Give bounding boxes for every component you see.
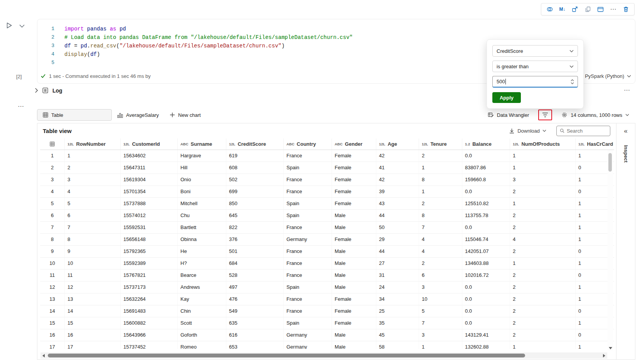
table-cell: France: [284, 174, 332, 185]
table-row[interactable]: 121215737173Andrews497SpainMale2430.021: [40, 281, 614, 293]
copy-cell-button[interactable]: [582, 4, 594, 14]
apply-button[interactable]: Apply: [492, 92, 521, 103]
column-header-Balance[interactable]: 1.2Balance: [462, 138, 510, 150]
table-cell: France: [284, 246, 332, 257]
table-row[interactable]: 2215647311Hill608SpainFemale41183807.861…: [40, 162, 614, 174]
filter-value-input[interactable]: 500: [492, 76, 578, 88]
column-header-index[interactable]: [40, 138, 65, 150]
table-cell: 3: [419, 329, 462, 341]
cell-more-button[interactable]: ⋯: [18, 103, 24, 110]
column-header-Age[interactable]: 12LAge: [376, 138, 419, 150]
column-label: HasCrCard: [587, 141, 613, 147]
column-header-RowNumber[interactable]: 12LRowNumber: [65, 138, 121, 150]
table-cell: 14: [65, 305, 121, 317]
log-section[interactable]: Log: [35, 87, 62, 94]
scroll-left-arrow-icon[interactable]: [42, 354, 45, 357]
column-label: CustomerId: [132, 141, 160, 147]
table-row[interactable]: 7715592531Bartlett822FranceMale5070.021: [40, 222, 614, 234]
filter-button[interactable]: [538, 110, 552, 120]
table-cell: 15691483: [121, 305, 178, 317]
horizontal-scrollbar-thumb[interactable]: [48, 354, 525, 357]
table-cell: Germany: [284, 341, 332, 349]
scroll-right-arrow-icon[interactable]: [603, 354, 606, 357]
column-header-Tenure[interactable]: 12LTenure: [419, 138, 462, 150]
table-row[interactable]: 9915792365He501FranceMale444142051.0720: [40, 246, 614, 258]
tab-table[interactable]: Table: [37, 109, 112, 121]
table-cell: 35: [376, 317, 419, 329]
table-cell: 549: [226, 305, 284, 317]
inspect-label[interactable]: Inspect: [623, 145, 629, 163]
open-panel-button[interactable]: [595, 4, 606, 14]
more-options-button[interactable]: ⋯: [607, 4, 619, 14]
search-box[interactable]: [556, 126, 610, 136]
table-cell: 2: [419, 150, 462, 162]
table-cell: 58: [376, 341, 419, 349]
table-cell: 0.0: [462, 150, 510, 162]
data-wrangler-button[interactable]: Data Wrangler: [482, 109, 535, 121]
filter-field-value: CreditScore: [497, 48, 523, 54]
columns-rows-label: 14 columns, 1000 rows: [571, 112, 622, 118]
number-spinner[interactable]: [568, 77, 576, 86]
table-cell: 0.0: [462, 186, 510, 197]
filter-field-select[interactable]: CreditScore: [492, 45, 578, 57]
log-icon: [42, 87, 49, 94]
table-row[interactable]: 1115634602Hargrave619FranceFemale4220.01…: [40, 150, 614, 162]
table-cell: 125510.82: [462, 198, 510, 209]
column-header-Gender[interactable]: ABCGender: [332, 138, 376, 150]
run-cell-button[interactable]: [4, 21, 14, 31]
table-cell: 143129.41: [462, 329, 510, 341]
tab-averagesalary[interactable]: AverageSalary: [112, 109, 164, 121]
table-cell: 14: [40, 305, 65, 317]
table-cell: 8: [419, 174, 462, 185]
table-cell: 9: [65, 246, 121, 257]
copilot-button[interactable]: [544, 4, 556, 14]
move-cell-button[interactable]: [569, 4, 581, 14]
table-cell: 8: [40, 234, 65, 245]
log-more-button[interactable]: ⋯: [624, 86, 630, 94]
table-row[interactable]: 151515600882Scott635SpainFemale3570.021: [40, 317, 614, 329]
vertical-scrollbar[interactable]: [608, 150, 613, 351]
table-cell: 34: [376, 293, 419, 305]
column-label: Tenure: [430, 141, 446, 147]
table-row[interactable]: 6615574012Chu645SpainMale448113755.7821: [40, 210, 614, 222]
search-input[interactable]: [567, 128, 607, 134]
markdown-convert-button[interactable]: M↓: [556, 4, 568, 14]
table-cell: Germany: [284, 234, 332, 245]
table-cell: 1: [510, 341, 576, 349]
table-cell: 684: [226, 258, 284, 269]
table-row[interactable]: 8815656148Obinna376GermanyFemale29411504…: [40, 234, 614, 246]
kernel-selector[interactable]: PySpark (Python): [585, 73, 631, 79]
table-row[interactable]: 161615643966Goforth616GermanyMale4531431…: [40, 329, 614, 341]
table-row[interactable]: 101015592389H?684FranceMale272134603.881…: [40, 258, 614, 270]
scroll-down-arrow-icon[interactable]: [609, 347, 612, 350]
download-icon: [509, 128, 515, 134]
column-header-Surname[interactable]: ABCSurname: [178, 138, 226, 150]
vertical-scrollbar-thumb[interactable]: [608, 153, 612, 172]
delete-cell-button[interactable]: [620, 4, 632, 14]
filter-operator-select[interactable]: is greater than: [492, 61, 578, 72]
column-header-CreditScore[interactable]: 12LCreditScore: [226, 138, 284, 150]
table-row[interactable]: 4415701354Boni699FranceFemale3910.020: [40, 186, 614, 198]
grid-icon: [50, 142, 55, 147]
collapse-cell-button[interactable]: [19, 23, 25, 29]
new-chart-label: New chart: [178, 112, 201, 118]
table-row[interactable]: 3315619304Onio502FranceFemale428159660.8…: [40, 174, 614, 186]
table-cell: Female: [332, 305, 376, 317]
column-header-NumOfProducts[interactable]: 12LNumOfProducts: [510, 138, 576, 150]
table-row[interactable]: 141415691483Chin549FranceFemale2550.020: [40, 305, 614, 317]
column-header-Country[interactable]: ABCCountry: [284, 138, 332, 150]
column-header-HasCrCard[interactable]: 12LHasCrCard: [576, 138, 614, 150]
table-cell: 16: [40, 329, 65, 341]
table-row[interactable]: 5515737888Mitchell850SpainFemale43212551…: [40, 198, 614, 210]
table-row[interactable]: 131315632264Kay476FranceFemale34100.021: [40, 293, 614, 305]
table-cell: 134603.88: [462, 258, 510, 269]
table-row[interactable]: 111115767821Bearce528FranceMale316102016…: [40, 270, 614, 281]
column-header-CustomerId[interactable]: 12LCustomerId: [121, 138, 178, 150]
table-row[interactable]: 171715737452Romeo653GermanyMale581132602…: [40, 341, 614, 349]
new-chart-button[interactable]: New chart: [164, 109, 206, 121]
code-line[interactable]: 1import pandas as pd: [41, 25, 635, 33]
download-button[interactable]: Download: [509, 128, 546, 134]
expand-panel-button[interactable]: «: [621, 127, 630, 136]
columns-rows-button[interactable]: 14 columns, 1000 rows: [556, 109, 635, 121]
horizontal-scrollbar[interactable]: [40, 352, 607, 359]
